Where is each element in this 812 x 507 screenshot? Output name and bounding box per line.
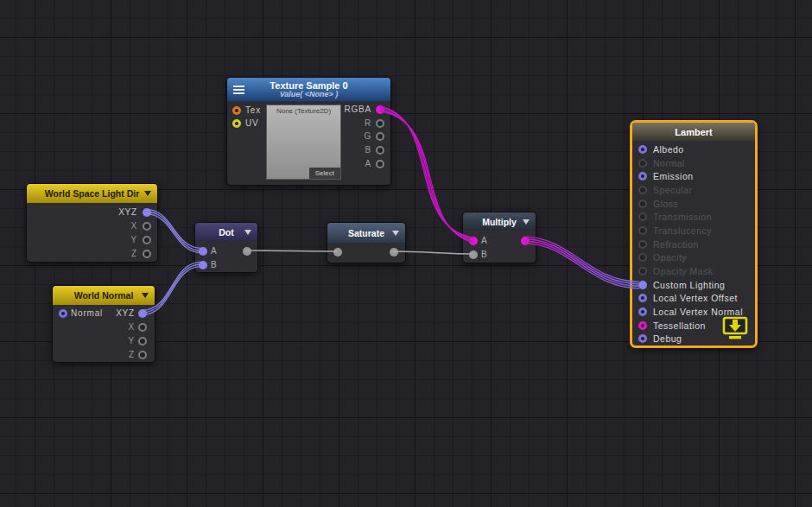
- port-z[interactable]: [138, 351, 147, 359]
- port-out[interactable]: [390, 248, 398, 257]
- port-tex[interactable]: [232, 106, 241, 115]
- node-lambert-master[interactable]: Lambert Albedo Normal Emission Specular …: [630, 120, 758, 348]
- node-header[interactable]: Lambert: [632, 123, 755, 141]
- port-uv[interactable]: [232, 119, 241, 128]
- chevron-down-icon[interactable]: [523, 219, 530, 225]
- port-normal-label: Normal: [71, 308, 103, 318]
- node-header[interactable]: Dot: [195, 223, 257, 241]
- port-circle[interactable]: [638, 186, 647, 194]
- port-circle[interactable]: [638, 145, 647, 154]
- port-circle[interactable]: [638, 321, 647, 330]
- chevron-down-icon[interactable]: [244, 230, 251, 235]
- lambert-port-custom-lighting[interactable]: Custom Lighting: [632, 278, 755, 292]
- node-title: Lambert: [675, 127, 712, 137]
- select-texture-button[interactable]: Select: [309, 168, 340, 179]
- port-out[interactable]: [521, 237, 530, 245]
- lambert-port-refraction[interactable]: Refraction: [632, 238, 755, 251]
- port-b[interactable]: [469, 250, 478, 259]
- chevron-down-icon[interactable]: [142, 293, 149, 298]
- port-b-label: B: [211, 260, 217, 269]
- chevron-down-icon[interactable]: [144, 191, 151, 196]
- port-circle[interactable]: [638, 172, 647, 181]
- port-circle[interactable]: [638, 226, 647, 235]
- node-multiply[interactable]: Multiply A B: [462, 212, 536, 263]
- port-label: Specular: [653, 185, 692, 195]
- port-a-label: A: [481, 236, 487, 245]
- lambert-port-local-vertex-offset[interactable]: Local Vertex Offset: [632, 292, 755, 306]
- port-a[interactable]: [469, 237, 478, 245]
- lambert-port-transmission[interactable]: Transmission: [632, 210, 755, 224]
- port-y[interactable]: [138, 337, 147, 345]
- port-xyz[interactable]: [143, 208, 151, 217]
- port-label: Albedo: [653, 144, 684, 155]
- port-a[interactable]: [376, 160, 384, 168]
- node-subtitle: Value( <None> ): [280, 91, 339, 99]
- wire-multiply-out-to-custom-lighting[interactable]: [524, 237, 639, 288]
- port-xyz-label: XYZ: [118, 207, 137, 217]
- port-y[interactable]: [143, 236, 151, 244]
- port-rgba[interactable]: [376, 105, 384, 114]
- port-circle[interactable]: [638, 212, 647, 221]
- port-circle[interactable]: [638, 307, 647, 316]
- port-label: Opacity Mask: [653, 266, 714, 276]
- export-shader-icon[interactable]: [721, 316, 749, 341]
- port-b[interactable]: [376, 146, 384, 155]
- node-title: Multiply: [482, 217, 517, 227]
- port-out[interactable]: [243, 247, 251, 256]
- port-xyz[interactable]: [138, 309, 147, 318]
- port-circle[interactable]: [638, 200, 647, 208]
- port-label: Opacity: [653, 252, 687, 263]
- port-b-label: B: [365, 145, 371, 155]
- node-world-normal[interactable]: World Normal Normal XYZ X Y Z: [52, 285, 155, 363]
- node-header[interactable]: Texture Sample 0 Value( <None> ): [227, 78, 390, 101]
- lambert-port-opacity[interactable]: Opacity: [632, 251, 755, 265]
- lambert-port-specular[interactable]: Specular: [632, 183, 755, 197]
- node-saturate[interactable]: Saturate: [327, 222, 406, 263]
- node-header[interactable]: World Normal: [53, 286, 155, 305]
- port-x[interactable]: [138, 323, 147, 332]
- menu-icon[interactable]: [233, 86, 244, 94]
- lambert-port-opacity-mask[interactable]: Opacity Mask: [632, 264, 755, 278]
- port-normal[interactable]: [59, 309, 67, 318]
- port-z-label: Z: [129, 350, 135, 359]
- lambert-port-translucency[interactable]: Translucency: [632, 224, 755, 238]
- wire-dot-out-to-saturate-in[interactable]: [246, 250, 338, 251]
- port-b[interactable]: [199, 261, 207, 269]
- lambert-port-gloss[interactable]: Gloss: [632, 197, 755, 211]
- node-header[interactable]: Saturate: [327, 223, 405, 243]
- chevron-down-icon[interactable]: [392, 231, 399, 236]
- port-x[interactable]: [143, 222, 151, 231]
- node-title: World Normal: [74, 290, 134, 301]
- port-label: Translucency: [653, 225, 712, 236]
- port-z[interactable]: [143, 250, 151, 258]
- port-label: Refraction: [653, 239, 699, 250]
- port-xyz-label: XYZ: [116, 308, 135, 318]
- port-label: Transmission: [653, 212, 712, 222]
- node-header[interactable]: World Space Light Dir: [27, 184, 157, 203]
- node-world-space-light-dir[interactable]: World Space Light Dir XYZ X Y Z: [26, 183, 158, 263]
- port-circle[interactable]: [638, 253, 647, 262]
- port-a-label: A: [211, 246, 217, 256]
- node-dot[interactable]: Dot A B: [194, 222, 258, 273]
- node-texture-sample[interactable]: Texture Sample 0 Value( <None> ) Tex UV …: [226, 77, 391, 186]
- port-in[interactable]: [333, 248, 342, 257]
- port-circle[interactable]: [638, 159, 647, 168]
- port-r[interactable]: [376, 119, 384, 128]
- texture-preview[interactable]: None (Texture2D) Select: [266, 105, 341, 180]
- port-circle[interactable]: [638, 294, 647, 302]
- port-a[interactable]: [199, 247, 207, 256]
- port-circle[interactable]: [638, 334, 647, 343]
- shader-graph-canvas[interactable]: Texture Sample 0 Value( <None> ) Tex UV …: [0, 0, 812, 507]
- port-circle[interactable]: [638, 281, 647, 289]
- lambert-port-emission[interactable]: Emission: [632, 169, 755, 183]
- port-g[interactable]: [376, 132, 384, 141]
- port-label: Local Vertex Offset: [653, 293, 738, 303]
- lambert-port-normal[interactable]: Normal: [632, 156, 755, 170]
- lambert-port-albedo[interactable]: Albedo: [632, 143, 755, 156]
- node-title: Texture Sample 0: [270, 80, 347, 91]
- port-circle[interactable]: [638, 240, 647, 249]
- node-header[interactable]: Multiply: [463, 212, 536, 231]
- port-circle[interactable]: [638, 267, 647, 276]
- port-uv-label: UV: [245, 118, 259, 128]
- port-z-label: Z: [131, 249, 137, 258]
